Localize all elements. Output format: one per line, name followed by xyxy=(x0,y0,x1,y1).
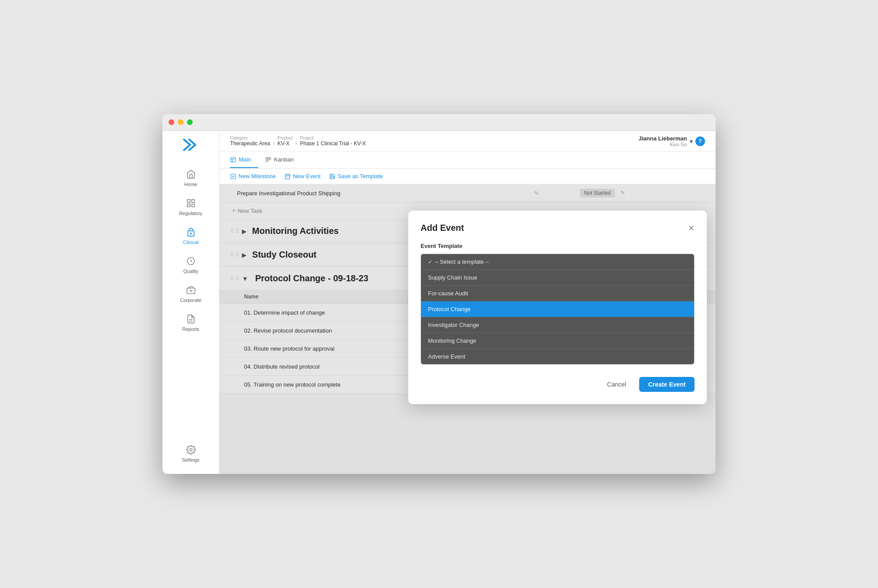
product-value: KV-X xyxy=(277,140,292,147)
sidebar-item-reports-label: Reports xyxy=(182,326,199,332)
modal-footer: Cancel Create Event xyxy=(421,377,694,392)
quality-icon xyxy=(185,255,197,267)
template-icon xyxy=(329,173,335,179)
breadcrumb-product: Product KV-X xyxy=(277,136,292,147)
user-chevron-icon[interactable]: ▾ xyxy=(690,138,693,145)
sidebar-item-regulatory[interactable]: Regulatory xyxy=(162,193,219,220)
product-label: Product xyxy=(277,136,292,140)
save-template-button[interactable]: Save as Template xyxy=(329,173,383,179)
project-label: Project xyxy=(300,136,366,140)
dropdown-item-label: Investigator Change xyxy=(428,322,479,328)
close-button[interactable] xyxy=(169,119,174,125)
dropdown-item[interactable]: Adverse Event xyxy=(421,349,694,364)
traffic-lights xyxy=(169,119,193,125)
help-button[interactable]: ? xyxy=(695,136,705,146)
svg-rect-0 xyxy=(187,200,190,202)
dropdown-item[interactable]: For-cause Audit xyxy=(421,286,694,301)
sidebar-item-quality[interactable]: Quality xyxy=(162,251,219,278)
minimize-button[interactable] xyxy=(178,119,184,125)
breadcrumb-category: Category Therapeutic Area xyxy=(230,136,270,147)
dropdown-item-label: Monitoring Change xyxy=(428,337,476,344)
dropdown-item[interactable]: ✓ – Select a template – xyxy=(421,254,694,270)
tab-kanban-label: Kanban xyxy=(274,156,294,163)
sidebar-item-corporate[interactable]: Corporate xyxy=(162,280,219,307)
svg-rect-3 xyxy=(191,204,194,207)
svg-rect-1 xyxy=(191,200,194,202)
sidebar-item-home[interactable]: Home xyxy=(162,164,219,191)
svg-rect-17 xyxy=(266,157,267,162)
fullscreen-button[interactable] xyxy=(187,119,193,125)
check-icon: ✓ xyxy=(428,259,432,265)
sidebar-item-reports[interactable]: Reports xyxy=(162,309,219,336)
top-header: Category Therapeutic Area › Product KV-X… xyxy=(220,131,716,152)
user-name: Jianna Lieberman xyxy=(638,135,687,142)
svg-point-13 xyxy=(190,448,192,451)
user-area[interactable]: Jianna Lieberman Kivo Go ▾ ? xyxy=(638,135,705,147)
new-milestone-button[interactable]: New Milestone xyxy=(230,173,276,179)
kanban-tab-icon xyxy=(265,157,271,163)
regulatory-icon xyxy=(185,197,197,209)
modal-title: Add Event xyxy=(421,223,464,233)
category-label: Category xyxy=(230,136,270,140)
dropdown-item-label: For-cause Audit xyxy=(428,290,468,297)
create-event-button[interactable]: Create Event xyxy=(639,377,694,392)
settings-icon xyxy=(185,444,197,455)
project-value: Phase 1 Clinical Trial - KV-X xyxy=(300,140,366,147)
new-milestone-label: New Milestone xyxy=(238,173,276,179)
breadcrumb-project: Project Phase 1 Clinical Trial - KV-X xyxy=(300,136,366,147)
breadcrumb-sep-1: › xyxy=(273,140,275,147)
content-area: Prepare Investigational Product Shipping… xyxy=(220,184,716,474)
tab-main-label: Main xyxy=(239,156,251,163)
tab-main[interactable]: Main xyxy=(230,152,258,168)
sidebar-item-regulatory-label: Regulatory xyxy=(179,211,202,216)
corporate-icon xyxy=(185,284,197,296)
user-info: Jianna Lieberman Kivo Go xyxy=(638,135,687,147)
reports-icon xyxy=(185,313,197,325)
new-event-label: New Event xyxy=(293,173,320,179)
sidebar-item-home-label: Home xyxy=(184,182,197,187)
svg-rect-2 xyxy=(187,204,190,207)
tab-kanban[interactable]: Kanban xyxy=(265,152,301,168)
dropdown-item-label: Supply Chain Issue xyxy=(428,274,477,281)
add-event-modal: Add Event ✕ Event Template ✓ – Select a … xyxy=(408,211,707,404)
svg-rect-19 xyxy=(270,157,271,159)
user-org: Kivo Go xyxy=(638,142,687,147)
dropdown-item[interactable]: Supply Chain Issue xyxy=(421,270,694,286)
logo xyxy=(180,136,202,155)
titlebar xyxy=(162,114,716,131)
main-content: Category Therapeutic Area › Product KV-X… xyxy=(220,131,716,474)
dropdown-item[interactable]: Protocol Change xyxy=(421,301,694,317)
sidebar-item-clinical-label: Clinical xyxy=(183,240,198,245)
cancel-button[interactable]: Cancel xyxy=(600,377,633,391)
sidebar-item-clinical[interactable]: Clinical xyxy=(162,222,219,249)
tabs-bar: Main Kanban xyxy=(220,152,716,169)
modal-close-button[interactable]: ✕ xyxy=(688,223,694,233)
modal-overlay: Add Event ✕ Event Template ✓ – Select a … xyxy=(220,184,716,474)
home-icon xyxy=(185,169,197,180)
clinical-icon xyxy=(185,226,197,238)
sidebar-item-settings[interactable]: Settings xyxy=(179,440,203,467)
breadcrumb: Category Therapeutic Area › Product KV-X… xyxy=(230,136,366,147)
dropdown-item[interactable]: Monitoring Change xyxy=(421,333,694,349)
category-value: Therapeutic Area xyxy=(230,140,270,147)
event-template-dropdown[interactable]: ✓ – Select a template –Supply Chain Issu… xyxy=(421,254,694,365)
dropdown-item[interactable]: Investigator Change xyxy=(421,317,694,333)
new-event-button[interactable]: New Event xyxy=(284,173,320,179)
breadcrumb-sep-2: › xyxy=(295,140,298,147)
svg-rect-14 xyxy=(231,157,236,162)
sidebar-item-corporate-label: Corporate xyxy=(180,298,202,303)
save-template-label: Save as Template xyxy=(338,173,383,179)
dropdown-item-label: – Select a template – xyxy=(435,258,489,265)
sidebar-item-quality-label: Quality xyxy=(183,269,198,274)
toolbar: New Milestone New Event xyxy=(220,169,716,184)
sidebar-item-settings-label: Settings xyxy=(182,457,200,463)
sidebar: Home Regulatory xyxy=(162,131,220,474)
event-template-label: Event Template xyxy=(421,243,694,249)
svg-rect-18 xyxy=(268,157,269,160)
dropdown-item-label: Protocol Change xyxy=(428,306,471,312)
main-tab-icon xyxy=(230,157,236,163)
svg-rect-23 xyxy=(285,174,290,179)
event-icon xyxy=(284,173,291,179)
milestone-icon xyxy=(230,173,236,179)
dropdown-item-label: Adverse Event xyxy=(428,353,465,360)
